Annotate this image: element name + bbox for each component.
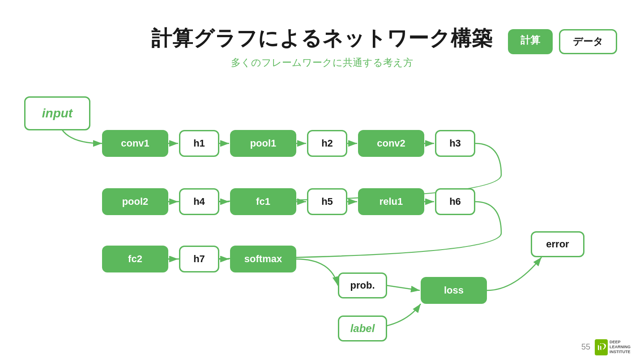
page-number: 55: [581, 342, 590, 352]
node-pool1: pool1: [230, 130, 296, 157]
node-prob: prob.: [338, 272, 387, 298]
node-h6: h6: [435, 188, 475, 215]
node-label: label: [338, 315, 387, 341]
node-h5: h5: [307, 188, 347, 215]
node-h2: h2: [307, 130, 347, 157]
legend: 計算 データ: [508, 29, 617, 54]
node-fc2: fc2: [102, 246, 168, 272]
nvidia-icon: [595, 339, 608, 355]
node-conv1: conv1: [102, 130, 168, 157]
node-h1: h1: [179, 130, 219, 157]
legend-calc: 計算: [508, 29, 553, 54]
legend-data: データ: [559, 29, 617, 54]
node-conv2: conv2: [358, 130, 424, 157]
nvidia-logo: DEEP LEARNING INSTITUTE: [595, 339, 631, 355]
node-fc1: fc1: [230, 188, 296, 215]
node-input: input: [24, 96, 90, 130]
footer: 55 DEEP LEARNING INSTITUTE: [581, 339, 631, 355]
slide: 計算グラフによるネットワーク構築 多くのフレームワークに共通する考え方 計算 デ…: [0, 0, 644, 363]
node-error: error: [531, 231, 584, 257]
arrows-layer: [0, 0, 644, 363]
node-softmax: softmax: [230, 246, 296, 272]
node-h4: h4: [179, 188, 219, 215]
dli-text: DEEP LEARNING INSTITUTE: [610, 340, 631, 354]
node-relu1: relu1: [358, 188, 424, 215]
node-h3: h3: [435, 130, 475, 157]
svg-line-13: [387, 285, 420, 290]
node-pool2: pool2: [102, 188, 168, 215]
node-h7: h7: [179, 246, 219, 272]
node-loss: loss: [421, 277, 487, 304]
slide-subtitle: 多くのフレームワークに共通する考え方: [0, 56, 644, 69]
